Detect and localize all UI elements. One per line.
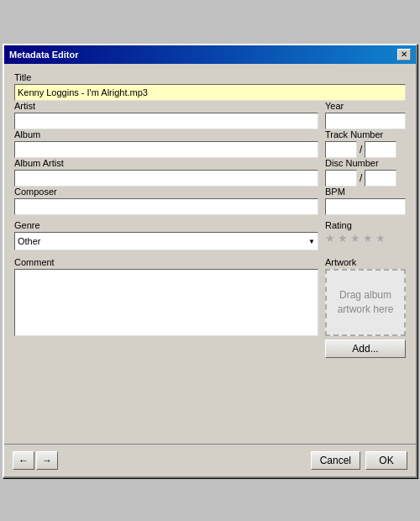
composer-input[interactable] [14, 198, 318, 215]
disc-col: Disc Number / [325, 158, 406, 187]
genre-select[interactable]: Other Blues Classic Rock Country Dance P… [14, 232, 318, 250]
footer: ← → Cancel OK [4, 444, 416, 476]
albumartist-disc-row: Album Artist Disc Number / [14, 158, 406, 187]
comment-artwork-row: Comment Artwork Drag album artwork here … [14, 257, 406, 358]
form-content: Title Artist Year Album Track Number [4, 64, 416, 440]
track-input-2[interactable] [365, 141, 396, 158]
rating-stars: ★ ★ ★ ★ ★ [325, 232, 406, 245]
genre-select-wrapper: Other Blues Classic Rock Country Dance P… [14, 232, 318, 250]
year-label: Year [325, 101, 406, 111]
year-col: Year [325, 101, 406, 129]
artwork-col: Artwork Drag album artwork here Add... [325, 257, 406, 358]
year-input[interactable] [325, 113, 406, 129]
album-input[interactable] [14, 141, 318, 158]
genre-col: Genre Other Blues Classic Rock Country D… [14, 220, 318, 250]
footer-right-buttons: Cancel OK [311, 451, 407, 470]
disc-separator: / [360, 172, 362, 184]
disc-number-label: Disc Number [325, 158, 406, 168]
star-3[interactable]: ★ [350, 232, 360, 245]
album-artist-input[interactable] [14, 170, 318, 187]
ok-button[interactable]: OK [365, 451, 407, 470]
albumartist-col: Album Artist [14, 158, 318, 187]
disc-inputs: / [325, 170, 406, 187]
star-4[interactable]: ★ [363, 232, 373, 245]
metadata-editor-window: Metadata Editor ✕ Title Artist Year Albu… [3, 44, 417, 478]
nav-buttons: ← → [13, 451, 58, 470]
rating-label: Rating [325, 220, 406, 230]
track-separator: / [360, 144, 362, 155]
album-col: Album [14, 129, 318, 158]
composer-label: Composer [14, 187, 318, 197]
genre-rating-row: Genre Other Blues Classic Rock Country D… [14, 220, 406, 250]
track-inputs: / [325, 141, 406, 158]
track-number-label: Track Number [325, 129, 406, 139]
window-title: Metadata Editor [9, 50, 79, 60]
comment-label: Comment [14, 257, 318, 267]
artist-year-row: Artist Year [14, 101, 406, 129]
composer-col: Composer [14, 187, 318, 215]
artist-input[interactable] [14, 113, 318, 129]
add-artwork-button[interactable]: Add... [325, 339, 406, 358]
title-label: Title [14, 72, 406, 82]
track-col: Track Number / [325, 129, 406, 158]
disc-input-2[interactable] [365, 170, 396, 187]
disc-input-1[interactable] [325, 170, 357, 187]
comment-col: Comment [14, 257, 318, 358]
forward-button[interactable]: → [36, 451, 58, 470]
cancel-button[interactable]: Cancel [311, 451, 360, 470]
bpm-input[interactable] [325, 198, 406, 215]
album-track-row: Album Track Number / [14, 129, 406, 158]
comment-textarea[interactable] [14, 269, 318, 336]
artwork-label: Artwork [325, 257, 406, 267]
artist-label: Artist [14, 101, 318, 111]
album-label: Album [14, 129, 318, 139]
bpm-col: BPM [325, 187, 406, 215]
rating-col: Rating ★ ★ ★ ★ ★ [325, 220, 406, 250]
artwork-drop-zone[interactable]: Drag album artwork here [325, 269, 406, 336]
album-artist-label: Album Artist [14, 158, 318, 168]
track-input-1[interactable] [325, 141, 357, 158]
star-5[interactable]: ★ [375, 232, 386, 245]
back-button[interactable]: ← [13, 451, 34, 470]
bpm-label: BPM [325, 187, 406, 197]
composer-bpm-row: Composer BPM [14, 187, 406, 215]
bottom-spacer [14, 365, 406, 432]
star-2[interactable]: ★ [338, 232, 348, 245]
genre-label: Genre [14, 220, 318, 230]
artwork-drag-text: Drag album artwork here [327, 288, 404, 317]
star-1[interactable]: ★ [325, 232, 335, 245]
title-input[interactable] [14, 84, 406, 101]
title-bar: Metadata Editor ✕ [4, 45, 416, 64]
close-button[interactable]: ✕ [397, 49, 411, 61]
artist-col: Artist [14, 101, 318, 129]
